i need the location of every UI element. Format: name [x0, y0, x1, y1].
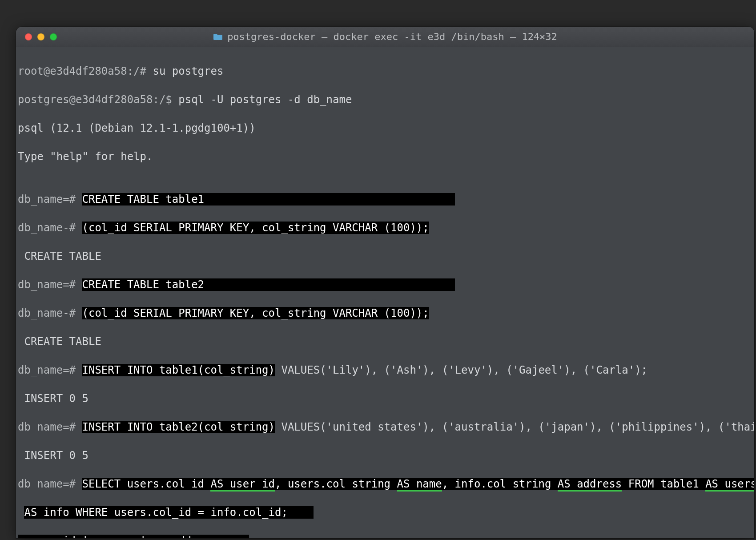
close-button[interactable] — [25, 33, 32, 40]
shell-command: su postgres — [153, 65, 223, 77]
terminal-output: psql (12.1 (Debian 12.1-1.pgdg100+1)) — [18, 121, 752, 135]
titlebar: postgres-docker — docker exec -it e3d /b… — [16, 27, 754, 47]
column-header-address: address — [172, 535, 217, 538]
sql-values: VALUES('united states'), ('australia'), … — [275, 421, 754, 433]
sql-statement: INSERT INTO table1(col_string) — [82, 364, 275, 376]
sql-values: VALUES('Lily'), ('Ash'), ('Levy'), ('Gaj… — [275, 364, 647, 376]
sql-response: CREATE TABLE — [18, 249, 752, 263]
alias-as-user-id: AS user_id — [210, 478, 275, 492]
shell-command: psql -U postgres -d db_name — [178, 93, 352, 106]
sql-statement: INSERT INTO table2(col_string) — [82, 421, 275, 433]
psql-prompt: db_name=# — [18, 278, 82, 291]
terminal-output: Type "help" for help. — [18, 149, 752, 164]
sql-statement: (col_id SERIAL PRIMARY KEY, col_string V… — [82, 222, 429, 234]
sql-select-continuation: AS info WHERE users.col_id = info.col_id… — [24, 506, 313, 519]
psql-prompt: db_name=# — [18, 421, 82, 433]
alias-as-address: AS address — [558, 478, 622, 492]
maximize-button[interactable] — [50, 33, 57, 40]
sql-response: INSERT 0 5 — [18, 448, 752, 463]
column-header-user-id: user_id — [31, 535, 76, 538]
window-title: postgres-docker — docker exec -it e3d /b… — [16, 31, 754, 42]
sql-statement: CREATE TABLE table1 — [82, 193, 455, 206]
terminal-window: postgres-docker — docker exec -it e3d /b… — [16, 27, 754, 538]
sql-statement: CREATE TABLE table2 — [82, 278, 455, 291]
psql-prompt: db_name-# — [18, 307, 82, 319]
sql-select: SELECT users.col_id — [82, 478, 211, 490]
sql-statement: (col_id SERIAL PRIMARY KEY, col_string V… — [82, 307, 429, 319]
sql-response: CREATE TABLE — [18, 334, 752, 349]
sql-response: INSERT 0 5 — [18, 391, 752, 406]
psql-prompt: db_name-# — [18, 222, 82, 234]
window-title-text: postgres-docker — docker exec -it e3d /b… — [227, 31, 557, 42]
alias-as-users: AS users — [705, 478, 754, 492]
column-header-name: name — [101, 535, 127, 538]
terminal-body[interactable]: root@e3d4df280a58:/# su postgres postgre… — [16, 47, 754, 538]
minimize-button[interactable] — [37, 33, 44, 40]
shell-prompt: root@e3d4df280a58:/# — [18, 65, 153, 77]
psql-prompt: db_name=# — [18, 193, 82, 206]
traffic-lights — [16, 33, 57, 40]
shell-prompt: postgres@e3d4df280a58:/$ — [18, 93, 178, 106]
psql-prompt: db_name=# — [18, 364, 82, 376]
folder-icon — [213, 33, 223, 40]
alias-as-name: AS name — [397, 478, 442, 492]
psql-prompt: db_name=# — [18, 478, 82, 490]
